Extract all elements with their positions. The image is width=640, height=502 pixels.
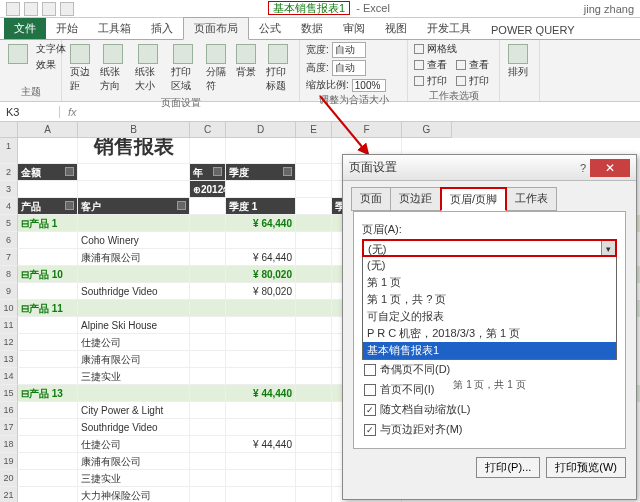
ribbon-group-fit: 宽度:自动 高度:自动 缩放比例:100% 调整为合适大小 <box>300 40 408 101</box>
tab-3[interactable]: 插入 <box>141 18 183 39</box>
ribbon-group-sheetopts: 网格线 查看 查看 打印 打印 工作表选项 <box>408 40 500 101</box>
dropdown-option[interactable]: P R C 机密，2018/3/3，第 1 页 <box>363 325 616 342</box>
tab-6[interactable]: 数据 <box>291 18 333 39</box>
dropdown-option[interactable]: (无) <box>363 257 616 274</box>
header-dropdown-list[interactable]: (无)第 1 页第 1 页，共 ? 页可自定义的报表P R C 机密，2018/… <box>362 257 617 360</box>
tab-5[interactable]: 公式 <box>249 18 291 39</box>
quick-access-toolbar <box>0 2 80 16</box>
fit-scale-select[interactable]: 100% <box>352 79 386 92</box>
dropdown-option[interactable]: 可自定义的报表 <box>363 308 616 325</box>
tab-2[interactable]: 工具箱 <box>88 18 141 39</box>
tab-4[interactable]: 页面布局 <box>183 17 249 40</box>
title-bar: 基本销售报表1 - Excel jing zhang <box>0 0 640 18</box>
alignmargin-check[interactable]: ✓ <box>364 424 376 436</box>
dialog-body: 页眉(A): (无) ▾ (无)第 1 页第 1 页，共 ? 页可自定义的报表P… <box>353 211 626 449</box>
qat-redo-icon[interactable] <box>60 2 74 16</box>
pagesetup-btn[interactable]: 纸张方向 <box>98 42 127 95</box>
dialog-tab[interactable]: 页边距 <box>390 187 441 211</box>
pagesetup-btn[interactable]: 打印区域 <box>169 42 198 95</box>
qat-icon[interactable] <box>6 2 20 16</box>
fit-width-select[interactable]: 自动 <box>332 42 366 58</box>
pagesetup-btn[interactable]: 纸张大小 <box>133 42 162 95</box>
fit-height-select[interactable]: 自动 <box>332 60 366 76</box>
name-box[interactable]: K3 <box>0 106 60 118</box>
page-setup-dialog: 页面设置 ? ✕ 页面页边距页眉/页脚工作表 页眉(A): (无) ▾ (无)第… <box>342 154 637 500</box>
oddeven-check[interactable] <box>364 364 376 376</box>
tab-0[interactable]: 文件 <box>4 18 46 39</box>
row-headers: 12345678910111213141516171819202122 <box>0 138 18 502</box>
ribbon-group-theme: 文字体 效果 主题 <box>0 40 62 101</box>
tab-9[interactable]: 开发工具 <box>417 18 481 39</box>
dropdown-option[interactable]: 第 1 页 <box>363 274 616 291</box>
print-check[interactable] <box>414 76 424 86</box>
ribbon-group-arrange: 排列 <box>500 40 540 101</box>
tab-10[interactable]: POWER QUERY <box>481 21 585 39</box>
qat-undo-icon[interactable] <box>42 2 56 16</box>
dialog-tab[interactable]: 页面 <box>351 187 391 211</box>
dialog-titlebar[interactable]: 页面设置 ? ✕ <box>343 155 636 181</box>
column-headers: ABCDEFG <box>0 122 640 138</box>
dialog-tab[interactable]: 页眉/页脚 <box>440 187 507 211</box>
tab-7[interactable]: 审阅 <box>333 18 375 39</box>
pagesetup-btn[interactable]: 背景 <box>234 42 258 81</box>
help-icon[interactable]: ? <box>580 162 586 174</box>
pagesetup-btn[interactable]: 分隔符 <box>204 42 228 95</box>
header-combo[interactable]: (无) ▾ <box>362 239 617 257</box>
ribbon-group-pagesetup: 页边距纸张方向纸张大小打印区域分隔符背景打印标题 页面设置 <box>62 40 300 101</box>
user-name: jing zhang <box>578 3 640 15</box>
arrange-button[interactable]: 排列 <box>506 42 530 81</box>
ribbon: 文字体 效果 主题 页边距纸张方向纸张大小打印区域分隔符背景打印标题 页面设置 … <box>0 40 640 102</box>
autoscale-check[interactable]: ✓ <box>364 404 376 416</box>
themes-button[interactable] <box>6 42 30 66</box>
tab-8[interactable]: 视图 <box>375 18 417 39</box>
header-label: 页眉(A): <box>362 222 617 237</box>
window-title: 基本销售报表1 - Excel <box>80 1 578 16</box>
dialog-tabs: 页面页边距页眉/页脚工作表 <box>343 181 636 211</box>
firstdiff-check[interactable] <box>364 384 376 396</box>
qat-save-icon[interactable] <box>24 2 38 16</box>
ribbon-tabs: 文件开始工具箱插入页面布局公式数据审阅视图开发工具POWER QUERY <box>0 18 640 40</box>
pagesetup-btn[interactable]: 打印标题 <box>264 42 293 95</box>
chevron-down-icon[interactable]: ▾ <box>601 241 615 255</box>
view-check[interactable] <box>414 60 424 70</box>
filename: 基本销售报表1 <box>268 1 350 15</box>
close-icon[interactable]: ✕ <box>590 159 630 177</box>
dropdown-option[interactable]: 第 1 页，共 ? 页 <box>363 291 616 308</box>
gridlines-check[interactable] <box>414 44 424 54</box>
tab-1[interactable]: 开始 <box>46 18 88 39</box>
print-button[interactable]: 打印(P)... <box>476 457 540 478</box>
dialog-tab[interactable]: 工作表 <box>506 187 557 211</box>
print-preview-button[interactable]: 打印预览(W) <box>546 457 626 478</box>
pagesetup-btn[interactable]: 页边距 <box>68 42 92 95</box>
